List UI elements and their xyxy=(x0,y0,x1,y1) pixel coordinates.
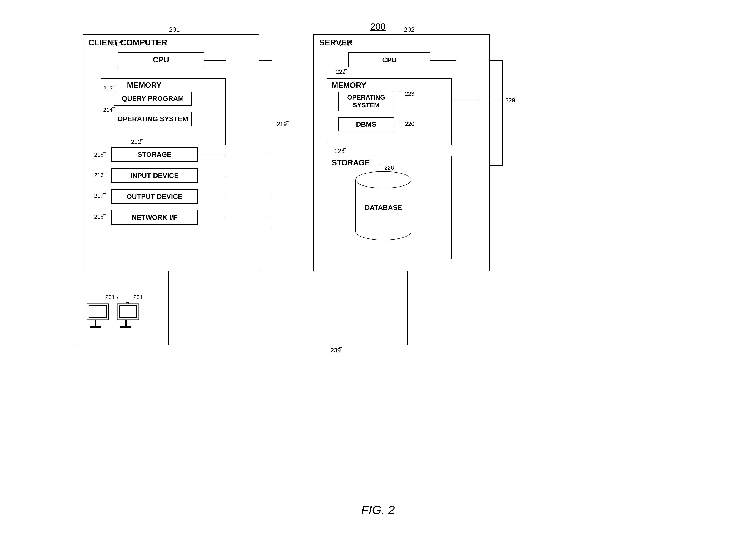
input-ref: 216 xyxy=(94,172,103,179)
fig-caption: FIG. 2 xyxy=(361,503,395,517)
memory-server-label: MEMORY xyxy=(332,81,366,90)
db-top xyxy=(355,171,411,189)
memory-server-hline xyxy=(452,100,478,100)
storage-client-ref: 215 xyxy=(94,151,103,158)
output-ref: 217 xyxy=(94,192,103,199)
os-server-box: OPERATINGSYSTEM xyxy=(338,91,394,111)
server-bracket-vline xyxy=(502,60,503,165)
database-container: 226 ⌐ DATABASE xyxy=(355,171,411,240)
computer-icon-1 xyxy=(83,302,113,336)
client-bracket-top xyxy=(259,60,272,61)
icon1-ref: 201 xyxy=(105,294,115,300)
icon2-ref: 201 xyxy=(133,294,143,300)
network-line xyxy=(76,345,680,345)
storage-client-box: STORAGE xyxy=(111,147,198,162)
output-device-box: OUTPUT DEVICE xyxy=(111,189,198,204)
db-bottom xyxy=(355,223,411,240)
network-ref: 218 xyxy=(94,214,103,220)
input-hline xyxy=(198,176,226,176)
server-bracket-top xyxy=(489,60,503,61)
input-device-box: INPUT DEVICE xyxy=(111,168,198,183)
svg-rect-6 xyxy=(125,320,126,326)
memory-client-label: MEMORY xyxy=(127,81,162,90)
memory-server-box: MEMORY 223 ⌐ OPERATINGSYSTEM 220 ⌐ DBMS xyxy=(327,78,452,145)
storage-client-label: STORAGE xyxy=(138,151,172,159)
dbms-box: DBMS xyxy=(338,117,394,131)
client-bracket-vline xyxy=(272,60,272,228)
client-computer-box: CLIENT COMPUTER 211 ⌐ CPU MEMORY 213 ⌐ Q… xyxy=(83,35,259,271)
server-bracket-mid xyxy=(489,100,503,100)
network-if-box: NETWORK I/F xyxy=(111,210,198,225)
query-program-box: QUERY PROGRAM xyxy=(114,91,192,106)
main-diagram: CLIENT COMPUTER 211 ⌐ CPU MEMORY 213 ⌐ Q… xyxy=(76,21,680,388)
cpu-client-hline xyxy=(204,60,226,61)
svg-rect-7 xyxy=(121,326,131,328)
client-down-line xyxy=(168,271,169,345)
server-box: SERVER 221 ⌐ CPU 222 ⌐ MEMORY 223 ⌐ OPER… xyxy=(313,35,490,271)
output-device-label: OUTPUT DEVICE xyxy=(126,192,182,201)
input-device-label: INPUT DEVICE xyxy=(130,172,179,180)
storage-hline xyxy=(198,155,226,155)
os-client-label: OPERATING SYSTEM xyxy=(118,115,188,123)
server-down-line xyxy=(407,271,408,345)
query-ref: 213 xyxy=(103,85,113,92)
cpu-server-box: CPU xyxy=(348,52,430,67)
output-hline xyxy=(198,197,226,197)
memory-client-box: MEMORY 213 ⌐ QUERY PROGRAM 214 ⌐ OPERATI… xyxy=(101,78,226,145)
os-server-label: OPERATINGSYSTEM xyxy=(347,93,385,109)
cpu-client-label: CPU xyxy=(153,55,169,64)
server-bracket-bot xyxy=(489,165,503,166)
network-hline xyxy=(198,217,226,218)
client-bracket-bot xyxy=(259,217,272,218)
database-ref: 226 xyxy=(385,165,394,171)
client-label: CLIENT COMPUTER xyxy=(89,38,167,47)
database-cylinder: DATABASE xyxy=(355,171,411,240)
database-label: DATABASE xyxy=(364,204,402,212)
cpu-client-box: CPU xyxy=(118,52,204,67)
dbms-ref: 220 xyxy=(405,121,414,127)
cpu-server-hline xyxy=(430,60,456,61)
svg-rect-1 xyxy=(89,305,106,317)
svg-rect-2 xyxy=(95,320,96,326)
storage-server-box: STORAGE 226 ⌐ DATABASE xyxy=(327,156,452,259)
client-bracket-mid3 xyxy=(259,197,272,197)
os-client-box: OPERATING SYSTEM xyxy=(114,112,192,126)
computer-icon-2 xyxy=(113,302,143,336)
client-bracket-mid2 xyxy=(259,176,272,176)
network-if-label: NETWORK I/F xyxy=(132,214,177,221)
os-server-ref: 223 xyxy=(405,90,414,97)
svg-rect-5 xyxy=(120,305,137,317)
storage-server-label: STORAGE xyxy=(332,158,370,167)
svg-rect-3 xyxy=(90,326,101,328)
dbms-label: DBMS xyxy=(356,120,376,128)
query-program-label: QUERY PROGRAM xyxy=(122,94,184,103)
os-client-ref: 214 xyxy=(103,107,113,113)
client-bracket-mid1 xyxy=(259,155,272,155)
cpu-server-label: CPU xyxy=(382,56,397,64)
